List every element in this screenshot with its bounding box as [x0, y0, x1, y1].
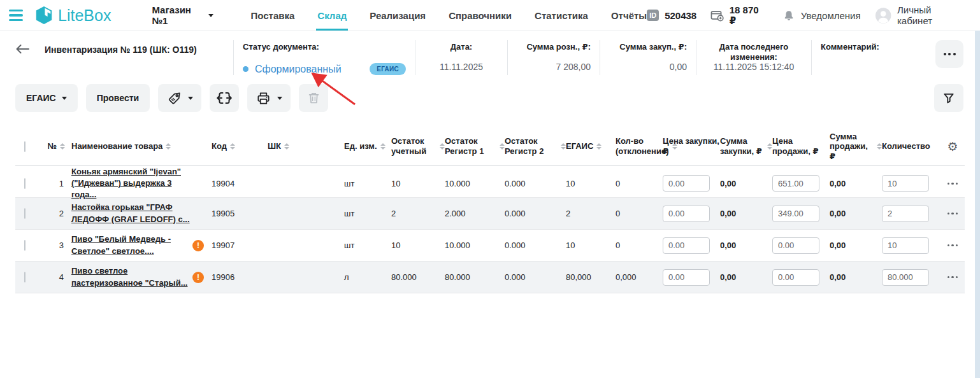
purchase-price-input[interactable]	[663, 237, 710, 254]
stock-accounting: 2	[391, 209, 445, 218]
row-number: 1	[43, 179, 71, 188]
product-code: 19904	[212, 179, 251, 188]
barcode-scan-button[interactable]	[210, 84, 239, 112]
col-header-price-sell[interactable]: Цена продажи, ₽	[772, 136, 830, 156]
document-more-button[interactable]	[935, 40, 963, 68]
store-selector[interactable]: Магазин №1	[152, 4, 213, 26]
logo-text: LiteBox	[58, 6, 111, 25]
row-checkbox[interactable]	[24, 240, 25, 251]
sort-icon	[767, 143, 772, 150]
sell-price-input[interactable]	[772, 269, 819, 286]
chevron-down-icon	[208, 14, 213, 17]
status-value[interactable]: Сформированный	[255, 64, 342, 75]
table-settings-gear-icon[interactable]: ⚙	[939, 139, 966, 153]
product-name-link[interactable]: Пиво "Белый Медведь - Светлое" светлое..…	[71, 234, 192, 256]
comment-section: Комментарий:	[811, 40, 935, 75]
row-number: 3	[43, 241, 71, 250]
col-header-sum-sell[interactable]: Сумма продажи, ₽	[830, 132, 882, 162]
table-row: 1 Коньяк армянский "Ijevan" ("Иджеван") …	[15, 166, 965, 198]
litebox-cube-icon	[34, 5, 54, 25]
egais-qty: 2	[566, 209, 616, 218]
nav-item-statistics[interactable]: Статистика	[535, 1, 588, 31]
row-more-button[interactable]	[939, 209, 966, 219]
row-checkbox[interactable]	[24, 178, 25, 189]
sort-icon	[284, 143, 289, 150]
purchase-price-input[interactable]	[663, 269, 710, 286]
modified-value: 11.11.2025 15:12:40	[714, 62, 794, 72]
actions-toolbar: ЕГАИС Провести	[0, 80, 980, 112]
nav-item-references[interactable]: Справочники	[449, 1, 512, 31]
nav-item-warehouse[interactable]: Склад	[317, 1, 347, 31]
date-label: Дата:	[450, 42, 472, 62]
row-more-button[interactable]	[939, 179, 966, 189]
egais-dropdown-button[interactable]: ЕГАИС	[15, 84, 78, 112]
purchase-price-input[interactable]	[663, 175, 710, 192]
col-header-egais[interactable]: ЕГАИС	[566, 141, 616, 151]
hamburger-menu-icon[interactable]	[9, 10, 23, 22]
warning-icon[interactable]: !	[192, 240, 204, 251]
price-tag-dropdown-button[interactable]	[158, 84, 201, 112]
date-section: Дата: 11.11.2025	[415, 40, 507, 75]
col-header-price-buy[interactable]: Цена закупки, ₽	[663, 136, 720, 156]
wallet-icon[interactable]	[710, 9, 724, 22]
sell-price-input[interactable]	[772, 175, 819, 192]
status-label: Статус документа:	[243, 42, 406, 62]
col-header-sum-buy[interactable]: Сумма закупки, ₽	[720, 136, 772, 156]
product-code: 19905	[212, 209, 251, 218]
filter-button[interactable]	[934, 84, 963, 112]
product-unit: л	[328, 272, 391, 282]
col-header-reg2[interactable]: Остаток Регистр 2	[505, 136, 566, 156]
print-dropdown-button[interactable]	[247, 84, 291, 112]
purchase-sum: 0,00	[720, 241, 772, 250]
row-checkbox[interactable]	[24, 272, 25, 283]
nav-item-sales[interactable]: Реализация	[370, 1, 426, 31]
quantity-input[interactable]	[882, 269, 929, 286]
row-more-button[interactable]	[939, 241, 966, 251]
deviation-qty: 0,000	[616, 272, 663, 282]
quantity-input[interactable]	[882, 175, 929, 192]
purchase-sum-label: Сумма закуп., ₽:	[619, 42, 687, 62]
purchase-sum-value: 0,00	[670, 62, 687, 72]
sell-price-input[interactable]	[772, 237, 819, 254]
avatar	[875, 7, 891, 24]
col-header-reg1[interactable]: Остаток Регистр 1	[445, 136, 505, 156]
stock-accounting: 10	[391, 179, 445, 188]
purchase-price-input[interactable]	[663, 206, 710, 222]
col-header-name[interactable]: Наименование товара	[71, 141, 192, 151]
post-document-button[interactable]: Провести	[86, 84, 150, 112]
top-bar: LiteBox Магазин №1 Поставка Склад Реализ…	[0, 0, 980, 31]
litebox-logo[interactable]: LiteBox	[34, 5, 111, 25]
sell-sum: 0,00	[830, 241, 882, 250]
table-header-row: № Наименование товара Код ШК Ед. изм. Ос…	[15, 130, 965, 166]
col-header-unit[interactable]: Ед. изм.	[328, 141, 391, 151]
warning-icon[interactable]: !	[192, 272, 204, 283]
col-header-shk[interactable]: ШК	[251, 141, 328, 151]
row-more-button[interactable]	[939, 272, 966, 283]
back-button[interactable]	[15, 40, 45, 75]
row-checkbox[interactable]	[24, 208, 25, 219]
product-name-link[interactable]: Настойка горькая "ГРАФ ЛЕДОФФ (GRAF LEDO…	[71, 202, 192, 225]
nav-item-reports[interactable]: Отчёты	[611, 1, 647, 31]
kebab-horizontal-icon	[944, 53, 956, 55]
col-header-stock-acc[interactable]: Остаток учетный	[391, 136, 445, 156]
quantity-input[interactable]	[882, 206, 929, 222]
stock-register2: 0.000	[505, 272, 566, 282]
select-all-checkbox[interactable]	[24, 141, 25, 152]
account-button[interactable]: Личный кабинет	[875, 4, 967, 26]
quantity-input[interactable]	[882, 237, 929, 254]
col-header-num[interactable]: №	[43, 141, 71, 151]
sell-price-input[interactable]	[772, 206, 819, 222]
sort-icon	[60, 143, 65, 150]
col-header-qty[interactable]: Количество	[882, 141, 939, 151]
col-header-deviation[interactable]: Кол-во (отклонение)	[616, 136, 663, 156]
notifications-button[interactable]: Уведомления	[782, 10, 861, 22]
nav-item-supply[interactable]: Поставка	[250, 1, 294, 31]
sell-sum: 0,00	[830, 272, 882, 282]
col-header-code[interactable]: Код	[212, 141, 251, 151]
back-arrow-icon	[15, 44, 29, 54]
scrollbar-track[interactable]	[975, 31, 980, 378]
purchase-sum: 0,00	[720, 272, 772, 282]
product-name-link[interactable]: Коньяк армянский "Ijevan" ("Иджеван") вы…	[71, 166, 192, 201]
document-info-bar: Инвентаризация № 119 (ШК: О119) Статус д…	[0, 31, 980, 80]
product-name-link[interactable]: Пиво светлое пастеризованное "Старый...	[71, 265, 192, 288]
